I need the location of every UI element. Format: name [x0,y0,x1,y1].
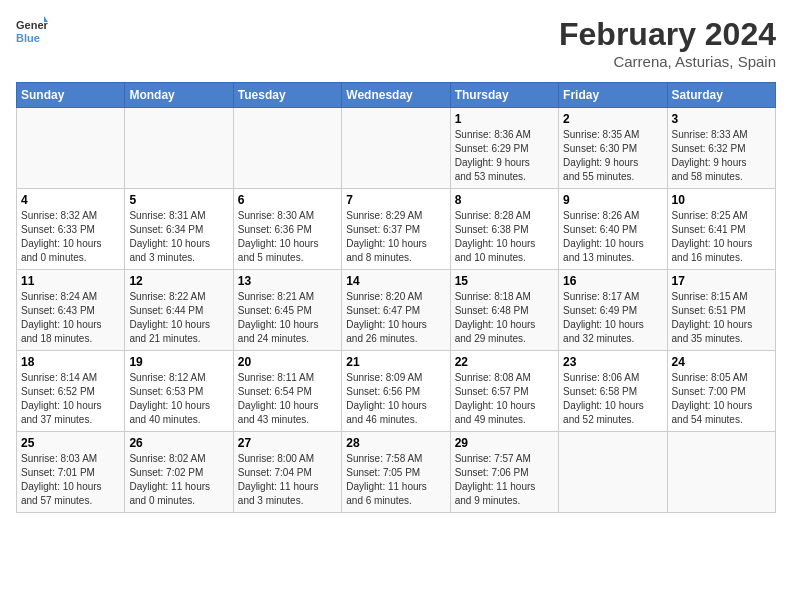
calendar-cell: 7Sunrise: 8:29 AM Sunset: 6:37 PM Daylig… [342,189,450,270]
calendar-cell: 28Sunrise: 7:58 AM Sunset: 7:05 PM Dayli… [342,432,450,513]
page-subtitle: Carrena, Asturias, Spain [559,53,776,70]
day-info: Sunrise: 8:24 AM Sunset: 6:43 PM Dayligh… [21,290,120,346]
day-number: 4 [21,193,120,207]
svg-text:Blue: Blue [16,32,40,44]
day-number: 13 [238,274,337,288]
calendar-cell: 14Sunrise: 8:20 AM Sunset: 6:47 PM Dayli… [342,270,450,351]
day-number: 19 [129,355,228,369]
calendar-cell: 10Sunrise: 8:25 AM Sunset: 6:41 PM Dayli… [667,189,775,270]
calendar-cell [559,432,667,513]
calendar-header-cell: Friday [559,83,667,108]
day-number: 18 [21,355,120,369]
calendar-cell: 24Sunrise: 8:05 AM Sunset: 7:00 PM Dayli… [667,351,775,432]
day-info: Sunrise: 8:12 AM Sunset: 6:53 PM Dayligh… [129,371,228,427]
calendar-cell: 1Sunrise: 8:36 AM Sunset: 6:29 PM Daylig… [450,108,558,189]
calendar-cell: 23Sunrise: 8:06 AM Sunset: 6:58 PM Dayli… [559,351,667,432]
day-number: 25 [21,436,120,450]
day-info: Sunrise: 8:09 AM Sunset: 6:56 PM Dayligh… [346,371,445,427]
day-info: Sunrise: 8:20 AM Sunset: 6:47 PM Dayligh… [346,290,445,346]
calendar-cell: 21Sunrise: 8:09 AM Sunset: 6:56 PM Dayli… [342,351,450,432]
day-number: 10 [672,193,771,207]
calendar-cell [342,108,450,189]
day-number: 15 [455,274,554,288]
calendar-cell [233,108,341,189]
day-info: Sunrise: 8:21 AM Sunset: 6:45 PM Dayligh… [238,290,337,346]
calendar-cell [667,432,775,513]
calendar-header-cell: Monday [125,83,233,108]
day-info: Sunrise: 8:22 AM Sunset: 6:44 PM Dayligh… [129,290,228,346]
day-info: Sunrise: 7:57 AM Sunset: 7:06 PM Dayligh… [455,452,554,508]
day-info: Sunrise: 8:29 AM Sunset: 6:37 PM Dayligh… [346,209,445,265]
day-number: 11 [21,274,120,288]
day-info: Sunrise: 8:06 AM Sunset: 6:58 PM Dayligh… [563,371,662,427]
calendar-body: 1Sunrise: 8:36 AM Sunset: 6:29 PM Daylig… [17,108,776,513]
day-number: 20 [238,355,337,369]
title-block: February 2024 Carrena, Asturias, Spain [559,16,776,70]
day-info: Sunrise: 8:30 AM Sunset: 6:36 PM Dayligh… [238,209,337,265]
day-info: Sunrise: 8:03 AM Sunset: 7:01 PM Dayligh… [21,452,120,508]
calendar-cell: 12Sunrise: 8:22 AM Sunset: 6:44 PM Dayli… [125,270,233,351]
day-number: 22 [455,355,554,369]
calendar-cell: 18Sunrise: 8:14 AM Sunset: 6:52 PM Dayli… [17,351,125,432]
day-number: 5 [129,193,228,207]
day-info: Sunrise: 8:36 AM Sunset: 6:29 PM Dayligh… [455,128,554,184]
calendar-header-cell: Sunday [17,83,125,108]
calendar-cell: 29Sunrise: 7:57 AM Sunset: 7:06 PM Dayli… [450,432,558,513]
page-header: General Blue February 2024 Carrena, Astu… [16,16,776,70]
day-number: 12 [129,274,228,288]
calendar-cell: 11Sunrise: 8:24 AM Sunset: 6:43 PM Dayli… [17,270,125,351]
calendar-cell: 13Sunrise: 8:21 AM Sunset: 6:45 PM Dayli… [233,270,341,351]
calendar-week-row: 25Sunrise: 8:03 AM Sunset: 7:01 PM Dayli… [17,432,776,513]
logo-icon: General Blue [16,16,48,48]
calendar-cell: 2Sunrise: 8:35 AM Sunset: 6:30 PM Daylig… [559,108,667,189]
day-number: 28 [346,436,445,450]
calendar-header-cell: Tuesday [233,83,341,108]
day-number: 21 [346,355,445,369]
calendar-table: SundayMondayTuesdayWednesdayThursdayFrid… [16,82,776,513]
calendar-header-cell: Wednesday [342,83,450,108]
day-info: Sunrise: 8:25 AM Sunset: 6:41 PM Dayligh… [672,209,771,265]
calendar-week-row: 1Sunrise: 8:36 AM Sunset: 6:29 PM Daylig… [17,108,776,189]
calendar-cell: 17Sunrise: 8:15 AM Sunset: 6:51 PM Dayli… [667,270,775,351]
calendar-cell: 20Sunrise: 8:11 AM Sunset: 6:54 PM Dayli… [233,351,341,432]
day-number: 7 [346,193,445,207]
day-info: Sunrise: 8:14 AM Sunset: 6:52 PM Dayligh… [21,371,120,427]
calendar-week-row: 4Sunrise: 8:32 AM Sunset: 6:33 PM Daylig… [17,189,776,270]
calendar-cell [17,108,125,189]
day-info: Sunrise: 8:33 AM Sunset: 6:32 PM Dayligh… [672,128,771,184]
calendar-cell: 4Sunrise: 8:32 AM Sunset: 6:33 PM Daylig… [17,189,125,270]
day-info: Sunrise: 8:15 AM Sunset: 6:51 PM Dayligh… [672,290,771,346]
day-number: 29 [455,436,554,450]
day-info: Sunrise: 7:58 AM Sunset: 7:05 PM Dayligh… [346,452,445,508]
day-number: 14 [346,274,445,288]
day-number: 1 [455,112,554,126]
calendar-cell: 5Sunrise: 8:31 AM Sunset: 6:34 PM Daylig… [125,189,233,270]
day-number: 24 [672,355,771,369]
day-number: 26 [129,436,228,450]
calendar-week-row: 11Sunrise: 8:24 AM Sunset: 6:43 PM Dayli… [17,270,776,351]
calendar-cell: 26Sunrise: 8:02 AM Sunset: 7:02 PM Dayli… [125,432,233,513]
day-number: 9 [563,193,662,207]
day-info: Sunrise: 8:02 AM Sunset: 7:02 PM Dayligh… [129,452,228,508]
calendar-cell: 6Sunrise: 8:30 AM Sunset: 6:36 PM Daylig… [233,189,341,270]
day-number: 3 [672,112,771,126]
calendar-cell: 22Sunrise: 8:08 AM Sunset: 6:57 PM Dayli… [450,351,558,432]
day-info: Sunrise: 8:17 AM Sunset: 6:49 PM Dayligh… [563,290,662,346]
day-info: Sunrise: 8:00 AM Sunset: 7:04 PM Dayligh… [238,452,337,508]
day-info: Sunrise: 8:11 AM Sunset: 6:54 PM Dayligh… [238,371,337,427]
calendar-cell: 9Sunrise: 8:26 AM Sunset: 6:40 PM Daylig… [559,189,667,270]
calendar-cell: 16Sunrise: 8:17 AM Sunset: 6:49 PM Dayli… [559,270,667,351]
day-number: 6 [238,193,337,207]
day-info: Sunrise: 8:31 AM Sunset: 6:34 PM Dayligh… [129,209,228,265]
day-info: Sunrise: 8:05 AM Sunset: 7:00 PM Dayligh… [672,371,771,427]
day-info: Sunrise: 8:26 AM Sunset: 6:40 PM Dayligh… [563,209,662,265]
svg-text:General: General [16,19,48,31]
day-info: Sunrise: 8:18 AM Sunset: 6:48 PM Dayligh… [455,290,554,346]
calendar-cell: 19Sunrise: 8:12 AM Sunset: 6:53 PM Dayli… [125,351,233,432]
calendar-header-cell: Saturday [667,83,775,108]
calendar-cell: 8Sunrise: 8:28 AM Sunset: 6:38 PM Daylig… [450,189,558,270]
calendar-cell [125,108,233,189]
day-info: Sunrise: 8:08 AM Sunset: 6:57 PM Dayligh… [455,371,554,427]
page-title: February 2024 [559,16,776,53]
calendar-cell: 15Sunrise: 8:18 AM Sunset: 6:48 PM Dayli… [450,270,558,351]
